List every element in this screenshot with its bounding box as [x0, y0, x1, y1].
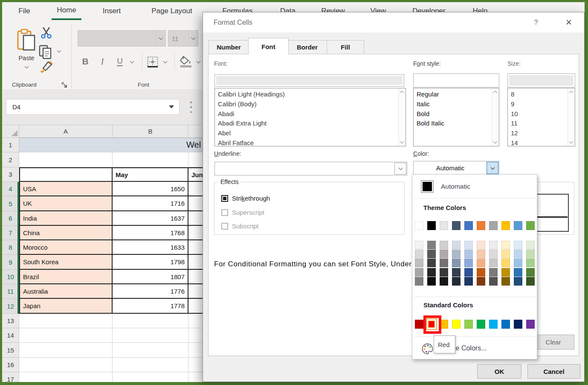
- theme-variant-swatch[interactable]: [464, 241, 473, 249]
- theme-variant-swatch[interactable]: [415, 277, 423, 286]
- theme-variant-swatch[interactable]: [501, 241, 510, 249]
- font-name-input[interactable]: [214, 74, 404, 87]
- ribbon-tab-file[interactable]: File: [12, 2, 36, 20]
- paste-button[interactable]: Paste: [13, 29, 40, 81]
- cell-A11[interactable]: Australia: [19, 284, 113, 299]
- theme-variant-swatch[interactable]: [440, 268, 448, 277]
- font-style-item[interactable]: Bold: [417, 109, 489, 119]
- theme-color-swatch[interactable]: [415, 221, 423, 230]
- cell-A4[interactable]: USA: [19, 182, 113, 196]
- theme-color-swatch[interactable]: [452, 221, 461, 230]
- theme-variant-swatch[interactable]: [489, 277, 498, 286]
- ok-button[interactable]: OK: [477, 364, 521, 379]
- cell-B15[interactable]: [113, 343, 188, 358]
- name-box-dropdown-icon[interactable]: [169, 105, 174, 108]
- cell-B2[interactable]: [113, 152, 188, 167]
- paste-dropdown-chevron-icon[interactable]: [24, 64, 29, 69]
- underline-combo-chevron-icon[interactable]: [394, 163, 406, 175]
- cell-B5[interactable]: 1716: [113, 196, 188, 211]
- standard-color-swatch[interactable]: [489, 320, 498, 329]
- theme-variant-swatch[interactable]: [427, 241, 436, 249]
- theme-color-swatch[interactable]: [427, 221, 436, 230]
- cell-A13[interactable]: [19, 314, 113, 328]
- row-header-14[interactable]: 14: [2, 328, 19, 343]
- theme-variant-swatch[interactable]: [427, 268, 436, 277]
- cell-B11[interactable]: 1776: [113, 284, 188, 299]
- name-box[interactable]: D4: [6, 99, 180, 115]
- font-name-chevron-icon[interactable]: [156, 31, 165, 46]
- row-header-5[interactable]: 5: [2, 196, 19, 211]
- cell-B9[interactable]: 1798: [113, 255, 188, 270]
- column-header-A[interactable]: A: [19, 125, 113, 138]
- size-list-item[interactable]: 12: [511, 128, 565, 138]
- cell-A3[interactable]: [19, 167, 113, 182]
- row-header-8[interactable]: 8: [2, 240, 19, 255]
- theme-variant-swatch[interactable]: [514, 250, 522, 258]
- theme-variant-swatch[interactable]: [489, 268, 498, 277]
- cut-icon[interactable]: [41, 26, 52, 41]
- size-list-scrollbar[interactable]: [568, 88, 575, 146]
- dialog-tab-fill[interactable]: Fill: [327, 40, 364, 54]
- superscript-checkbox[interactable]: [221, 209, 228, 216]
- font-list-item[interactable]: Calibri (Body): [218, 99, 395, 109]
- cell-A7[interactable]: China: [19, 226, 113, 240]
- theme-variant-swatch[interactable]: [489, 259, 498, 267]
- cell-A16[interactable]: [19, 358, 113, 372]
- theme-variant-swatch[interactable]: [427, 277, 436, 286]
- theme-variant-swatch[interactable]: [501, 250, 510, 258]
- borders-icon[interactable]: [147, 56, 159, 70]
- standard-color-swatch[interactable]: [477, 320, 485, 329]
- theme-color-swatch[interactable]: [514, 221, 522, 230]
- size-input[interactable]: [507, 73, 575, 88]
- font-list-item[interactable]: Calibri Light (Headings): [218, 90, 395, 99]
- cell-B7[interactable]: 1768: [113, 226, 188, 240]
- dialog-tab-number[interactable]: Number: [209, 40, 249, 54]
- theme-variant-swatch[interactable]: [452, 277, 461, 286]
- row-header-13[interactable]: 13: [2, 314, 19, 328]
- theme-variant-swatch[interactable]: [526, 268, 535, 277]
- cell-B13[interactable]: [113, 314, 188, 328]
- dialog-tab-font[interactable]: Font: [248, 38, 289, 55]
- font-size-chevron-icon[interactable]: [188, 31, 198, 46]
- row-header-11[interactable]: 11: [2, 284, 19, 299]
- cell-A14[interactable]: [19, 328, 113, 343]
- font-list-item[interactable]: Abadi: [218, 109, 395, 119]
- cell-A8[interactable]: Morocco: [19, 240, 113, 255]
- size-list-item[interactable]: 8: [511, 90, 565, 99]
- theme-variant-swatch[interactable]: [477, 259, 485, 267]
- ribbon-tab-page-layout[interactable]: Page Layout: [145, 2, 199, 20]
- font-size-combo[interactable]: 11: [168, 30, 198, 47]
- theme-variant-swatch[interactable]: [415, 250, 423, 258]
- row-header-10[interactable]: 10: [2, 270, 19, 284]
- clear-button[interactable]: Clear: [532, 335, 574, 350]
- standard-color-swatch[interactable]: [501, 320, 510, 329]
- row-header-1[interactable]: 1: [2, 138, 19, 152]
- theme-variant-swatch[interactable]: [440, 277, 448, 286]
- theme-variant-swatch[interactable]: [464, 268, 473, 277]
- theme-color-swatch[interactable]: [464, 221, 473, 230]
- theme-color-swatch[interactable]: [440, 221, 448, 230]
- font-style-item[interactable]: Italic: [417, 99, 489, 109]
- size-list-item[interactable]: 9: [511, 99, 565, 109]
- font-style-scrollbar[interactable]: [492, 88, 499, 146]
- clipboard-dialog-launcher-icon[interactable]: [61, 82, 68, 90]
- theme-variant-swatch[interactable]: [415, 241, 423, 249]
- fill-color-chevron-icon[interactable]: [197, 59, 201, 64]
- cell-A6[interactable]: India: [19, 211, 113, 226]
- row-header-17[interactable]: 17: [2, 372, 19, 382]
- row-header-3[interactable]: 3: [2, 167, 19, 182]
- underline-button[interactable]: U: [114, 55, 126, 67]
- theme-variant-swatch[interactable]: [489, 241, 498, 249]
- theme-variant-swatch[interactable]: [464, 250, 473, 258]
- cell-B4[interactable]: 1650: [113, 182, 188, 196]
- size-list-item[interactable]: 11: [511, 119, 565, 128]
- color-combo-chevron-icon[interactable]: [487, 162, 498, 174]
- font-style-list[interactable]: RegularItalicBoldBold Italic: [413, 88, 499, 146]
- cell-B3[interactable]: May: [113, 167, 188, 182]
- row-header-2[interactable]: 2: [2, 152, 19, 167]
- color-combo[interactable]: Automatic: [413, 161, 499, 175]
- standard-color-swatch[interactable]: [514, 320, 522, 329]
- theme-color-swatch[interactable]: [477, 221, 485, 230]
- underline-dropdown-chevron-icon[interactable]: [130, 59, 134, 64]
- theme-variant-swatch[interactable]: [452, 268, 461, 277]
